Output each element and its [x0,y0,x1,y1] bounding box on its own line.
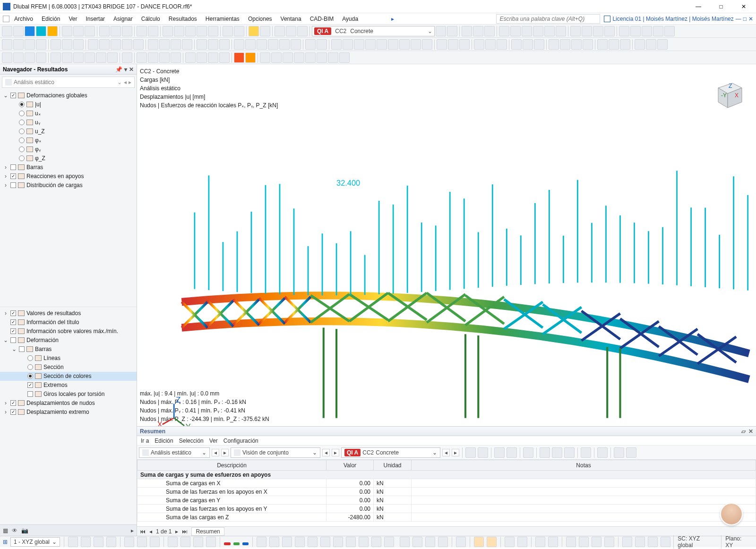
tree-node[interactable]: ⌄Deformaciones globales [0,91,137,100]
sb-h8[interactable] [579,537,589,547]
tb2-gen4[interactable] [182,39,192,50]
sb-h1[interactable] [474,537,484,547]
sb-spec2[interactable] [233,542,240,545]
res-last-icon[interactable]: ⏭ [182,528,188,535]
tb2-e1[interactable] [305,39,316,50]
menu-ventana[interactable]: Ventana [277,15,305,23]
resumen-close-icon[interactable]: ✕ [748,428,753,435]
res-cc-prev[interactable]: ◂ [442,449,450,456]
tb-copy[interactable] [99,26,110,36]
tb-snap2[interactable] [630,26,641,36]
tb3-17[interactable] [197,52,207,63]
sb-v1[interactable] [456,537,466,547]
tb2-z3[interactable] [657,39,668,50]
window-close-icon[interactable]: ✕ [748,16,753,22]
tb2-x3[interactable] [620,39,630,50]
tb-snap3[interactable] [642,26,652,36]
tb2-obj[interactable] [25,39,35,50]
nav-tab-scroll-icon[interactable]: ▸ [131,527,134,534]
col-unidad[interactable]: Unidad [374,460,412,471]
ucs-combo[interactable]: 1 - XYZ global⌄ [10,537,60,547]
tb3-25[interactable] [294,52,304,63]
tree-node[interactable]: uᵧ [0,118,137,127]
tree-node[interactable]: ›Barras [0,163,137,172]
tb3-27[interactable] [317,52,327,63]
tb3-10[interactable] [107,52,118,63]
tb-play[interactable] [297,26,308,36]
tb3-5[interactable] [51,52,61,63]
menu-calculo[interactable]: Cálculo [137,15,164,23]
tb-view4[interactable] [533,26,543,36]
sb-h3[interactable] [505,537,515,547]
tb3-2[interactable] [13,52,24,63]
menu-insertar[interactable]: Insertar [82,15,109,23]
nav-min-icon[interactable]: ▾ [124,66,127,73]
res-tb-7[interactable] [552,447,562,458]
tb-sc[interactable] [208,26,218,36]
tb-undo[interactable] [137,26,147,36]
tb2-surface[interactable] [73,39,84,50]
menu-herramientas[interactable]: Herramientas [202,15,243,23]
sb-8[interactable] [168,537,178,547]
tb3-3[interactable] [25,52,35,63]
tb2-m4[interactable] [268,39,278,50]
tb2-r3[interactable] [354,39,364,50]
res-menu-edicion[interactable]: Edición [155,437,173,444]
tb3-6[interactable] [62,52,72,63]
tb2-r9[interactable] [422,39,432,50]
res-nav-next2[interactable]: ▸ [332,449,339,456]
res-first-icon[interactable]: ⏮ [140,528,146,535]
tb2-gen3[interactable] [171,39,181,50]
sb-18[interactable] [333,537,343,547]
col-desc[interactable]: Descripción [137,460,326,471]
chevron-down-icon[interactable]: ⌄ [117,79,122,86]
sb-g3[interactable] [425,537,435,547]
tree-node[interactable]: ›Distribución de cargas [0,180,137,189]
sb-4[interactable] [106,537,116,547]
tb3-8[interactable] [85,52,95,63]
tree-node[interactable]: u_Z [0,127,137,136]
tree-node[interactable]: φₓ [0,136,137,145]
tb-snap5[interactable] [664,26,675,36]
tb-redo[interactable] [148,26,158,36]
tb3-7[interactable] [73,52,84,63]
tb3-1[interactable] [2,52,12,63]
tb2-r7[interactable] [399,39,410,50]
tb-loads[interactable] [197,26,207,36]
sb-6[interactable] [137,537,147,547]
sb-21[interactable] [371,537,381,547]
res-combo-cc[interactable]: QI A CC2 Concrete ⌄ [341,447,440,458]
tb2-cur[interactable] [13,39,24,50]
res-prev-icon[interactable]: ◂ [149,528,152,535]
res-tb-9[interactable] [581,447,591,458]
nav-tab-eye-icon[interactable]: 👁 [12,527,17,534]
tb2-p2[interactable] [560,39,570,50]
tb2-load1[interactable] [88,39,98,50]
sb-9[interactable] [180,537,190,547]
sb-h7[interactable] [566,537,576,547]
tb-model[interactable] [185,26,196,36]
tb-cloud[interactable] [25,26,35,36]
viewport-3d[interactable]: CC2 - ConcreteCargas [kN]Análisis estáti… [137,64,756,426]
tb2-r6[interactable] [388,39,398,50]
tb2-x2[interactable] [609,39,619,50]
tb-findrep[interactable] [275,26,285,36]
res-combo-view[interactable]: Visión de conjunto⌄ [231,447,320,458]
tb-service[interactable] [36,26,46,36]
tb-solar[interactable] [249,26,259,36]
tb-print[interactable] [85,26,95,36]
tb2-r8[interactable] [411,39,421,50]
license-info[interactable]: Licencia 01 | Moisés Martínez | Moisés M… [604,16,753,22]
res-tb-2[interactable] [478,447,488,458]
tree-node[interactable]: |u| [0,100,137,109]
tb-open[interactable] [13,26,24,36]
sb-g2[interactable] [412,537,422,547]
tb-view6[interactable] [556,26,566,36]
tb2-p4[interactable] [583,39,593,50]
res-combo-analysis[interactable]: Análisis estático⌄ [139,447,210,458]
tb2-c2[interactable] [523,39,533,50]
res-menu-seleccion[interactable]: Selección [179,437,204,444]
chevron-down-icon[interactable]: ⌄ [428,28,432,34]
sb-spec1[interactable] [224,542,230,545]
tb2-m1[interactable] [234,39,244,50]
